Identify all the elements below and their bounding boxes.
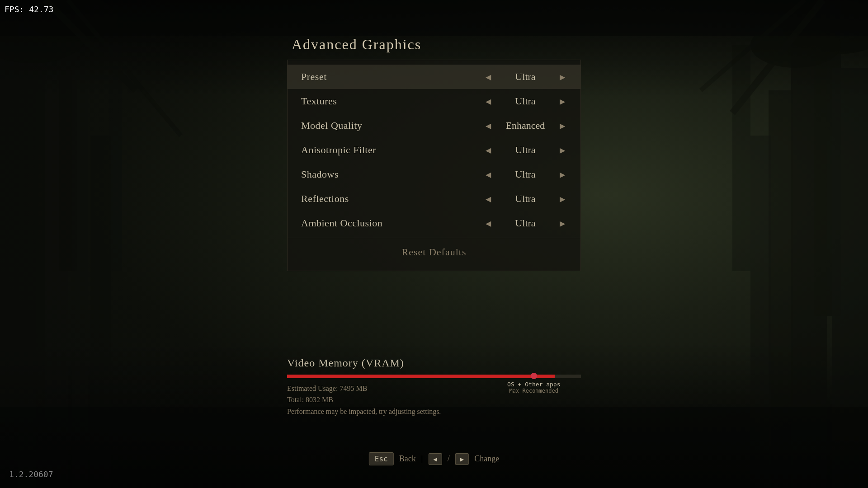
svg-rect-17 (0, 0, 868, 36)
setting-label-textures: Textures (301, 95, 484, 107)
setting-value-container-ambient-occlusion: ◀Ultra▶ (484, 217, 567, 229)
setting-value-shadows: Ultra (498, 169, 552, 180)
setting-row-ambient-occlusion[interactable]: Ambient Occlusion◀Ultra▶ (288, 211, 580, 235)
slash-label: / (448, 454, 450, 464)
setting-label-preset: Preset (301, 71, 484, 83)
setting-value-container-textures: ◀Ultra▶ (484, 95, 567, 107)
setting-value-anisotropic-filter: Ultra (498, 144, 552, 156)
setting-left-arrow-model-quality[interactable]: ◀ (484, 121, 493, 131)
vram-section: Video Memory (VRAM) OS + Other apps Max … (287, 357, 581, 416)
vram-max-label: Max Recommended (509, 388, 558, 394)
vram-title: Video Memory (VRAM) (287, 357, 581, 369)
setting-right-arrow-anisotropic-filter[interactable]: ▶ (558, 145, 567, 155)
setting-left-arrow-textures[interactable]: ◀ (484, 96, 493, 107)
vram-warning: Performance may be impacted, try adjusti… (287, 408, 581, 416)
version-label: 1.2.20607 (9, 469, 53, 479)
setting-label-ambient-occlusion: Ambient Occlusion (301, 217, 484, 229)
bottom-controls: Esc Back | ◀ / ▶ Change (369, 452, 499, 465)
settings-container: Advanced Graphics Preset◀Ultra▶Textures◀… (287, 36, 581, 271)
vram-bar: OS + Other apps Max Recommended (287, 375, 581, 378)
vram-os-label: OS + Other apps (507, 381, 560, 388)
setting-row-model-quality[interactable]: Model Quality◀Enhanced▶ (288, 113, 580, 138)
setting-row-shadows[interactable]: Shadows◀Ultra▶ (288, 162, 580, 187)
setting-right-arrow-textures[interactable]: ▶ (558, 96, 567, 107)
setting-value-container-reflections: ◀Ultra▶ (484, 193, 567, 205)
setting-row-reflections[interactable]: Reflections◀Ultra▶ (288, 187, 580, 211)
reset-defaults-button[interactable]: Reset Defaults (288, 238, 580, 266)
vram-total: Total: 8032 MB (287, 394, 581, 406)
left-arrow-badge[interactable]: ◀ (428, 453, 442, 465)
setting-left-arrow-shadows[interactable]: ◀ (484, 169, 493, 180)
setting-row-anisotropic-filter[interactable]: Anisotropic Filter◀Ultra▶ (288, 138, 580, 162)
setting-value-container-preset: ◀Ultra▶ (484, 71, 567, 83)
setting-row-textures[interactable]: Textures◀Ultra▶ (288, 89, 580, 113)
setting-left-arrow-ambient-occlusion[interactable]: ◀ (484, 218, 493, 229)
esc-key-badge: Esc (369, 452, 394, 465)
setting-right-arrow-preset[interactable]: ▶ (558, 72, 567, 82)
setting-label-shadows: Shadows (301, 169, 484, 180)
back-label: Back (399, 454, 416, 464)
svg-rect-18 (0, 407, 868, 488)
setting-right-arrow-model-quality[interactable]: ▶ (558, 121, 567, 131)
setting-value-reflections: Ultra (498, 193, 552, 205)
setting-value-model-quality: Enhanced (498, 120, 552, 131)
setting-right-arrow-ambient-occlusion[interactable]: ▶ (558, 218, 567, 229)
setting-label-model-quality: Model Quality (301, 120, 484, 131)
separator: | (421, 454, 423, 464)
setting-right-arrow-shadows[interactable]: ▶ (558, 169, 567, 180)
setting-value-container-anisotropic-filter: ◀Ultra▶ (484, 144, 567, 156)
setting-label-reflections: Reflections (301, 193, 484, 205)
setting-row-preset[interactable]: Preset◀Ultra▶ (288, 65, 580, 89)
svg-rect-12 (732, 45, 750, 271)
setting-value-preset: Ultra (498, 71, 552, 83)
change-label: Change (474, 454, 499, 464)
setting-left-arrow-reflections[interactable]: ◀ (484, 194, 493, 204)
reset-defaults-label: Reset Defaults (402, 246, 467, 258)
settings-panel: Preset◀Ultra▶Textures◀Ultra▶Model Qualit… (287, 60, 581, 271)
setting-value-container-shadows: ◀Ultra▶ (484, 169, 567, 180)
setting-label-anisotropic-filter: Anisotropic Filter (301, 144, 484, 156)
setting-left-arrow-preset[interactable]: ◀ (484, 72, 493, 82)
setting-value-ambient-occlusion: Ultra (498, 217, 552, 229)
setting-value-container-model-quality: ◀Enhanced▶ (484, 120, 567, 131)
setting-left-arrow-anisotropic-filter[interactable]: ◀ (484, 145, 493, 155)
setting-right-arrow-reflections[interactable]: ▶ (558, 194, 567, 204)
setting-value-textures: Ultra (498, 95, 552, 107)
fps-counter: FPS: 42.73 (5, 5, 53, 14)
vram-marker: OS + Other apps Max Recommended (507, 373, 560, 394)
right-arrow-badge[interactable]: ▶ (455, 453, 469, 465)
page-title: Advanced Graphics (287, 36, 581, 53)
vram-marker-dot (531, 373, 537, 379)
